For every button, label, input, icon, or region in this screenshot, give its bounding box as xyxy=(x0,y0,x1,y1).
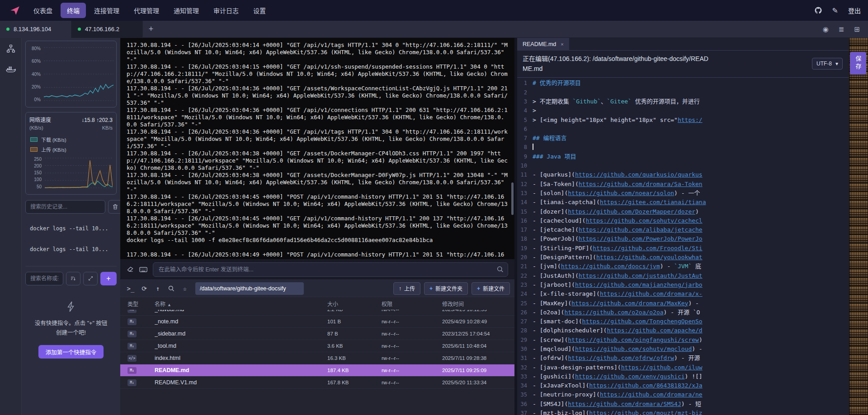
upload-button[interactable]: ↑ 上传 xyxy=(393,282,420,295)
upload-icon: ↑ xyxy=(399,285,401,292)
column-header-3[interactable]: 权限 xyxy=(382,300,442,308)
path-input[interactable] xyxy=(195,282,304,295)
line-number: 2 xyxy=(517,88,533,97)
file-row[interactable]: M↓_sidebar.md87 Brw-r--r--2023/12/25 17:… xyxy=(120,328,514,340)
line-content: - [SMS4J](https://github.com/dromara/SMS… xyxy=(533,400,701,409)
clear-history-button[interactable] xyxy=(108,200,120,214)
file-row[interactable]: M↓_note.md101 Brw-r--r--2025/4/29 10:28:… xyxy=(120,316,514,328)
file-type-cell: M↓ xyxy=(127,343,155,350)
file-row[interactable]: </>index.html16.3 KBrw-r--r--2025/7/11 0… xyxy=(120,352,514,364)
line-content: - [tianai-captcha](https://gitee.com/tia… xyxy=(533,198,706,207)
nav-item-terminal[interactable]: 终端 xyxy=(61,3,86,18)
docker-icon[interactable] xyxy=(6,65,16,74)
monitor-sidebar: 80%60%40%20%0% 网络速度 (KB/s) ↓15.8 ↑202.3 … xyxy=(22,38,120,415)
sitemap-icon[interactable] xyxy=(6,44,15,53)
file-row[interactable]: M↓_tool.md3.6 KBrw-r--r--2025/6/11 10:48… xyxy=(120,340,514,352)
history-item[interactable]: docker logs --tail 10... xyxy=(25,218,117,239)
bookmark-star-icon[interactable]: ☆ xyxy=(179,283,191,294)
theme-brush-icon[interactable]: ✎ xyxy=(832,6,838,15)
network-legend: 下载 (KB/s)上传 (KB/s) xyxy=(29,135,113,154)
nav-item-dashboard[interactable]: 仪表盘 xyxy=(27,3,59,18)
line-number: 14 xyxy=(517,198,533,207)
terminal-line: 117.30.88.194 - - [26/Jul/2025:03:04:36 … xyxy=(127,85,508,107)
column-header-0[interactable]: 类型 xyxy=(127,300,155,308)
file-row[interactable]: M↓README.md187.4 KBrw-r--r--2025/7/11 09… xyxy=(120,364,514,377)
encoding-select[interactable]: UTF-8 ▾ xyxy=(812,58,843,70)
history-item[interactable]: docker logs --tail 10... xyxy=(25,239,117,260)
terminal-output[interactable]: 117.30.88.194 - - [26/Jul/2025:03:04:14 … xyxy=(120,38,514,259)
logout-button[interactable]: 登出 xyxy=(848,6,861,15)
history-search-input[interactable] xyxy=(25,200,105,214)
preview-eye-icon[interactable]: ◉ xyxy=(823,25,829,33)
cpu-usage-chart xyxy=(44,46,113,103)
terminal-line: 117.30.88.194 - - [26/Jul/2025:03:04:38 … xyxy=(127,172,508,193)
session-tab-47-106-166-2[interactable]: 47.106.166.2 xyxy=(71,21,143,38)
line-number: 20 xyxy=(517,253,533,262)
editor-content[interactable]: 1# 优秀的开源项目23> 不定期收集 `Github`、`Gitee` 优秀的… xyxy=(517,78,868,415)
editor-tab-readme[interactable]: README.md × xyxy=(517,38,569,51)
github-icon[interactable] xyxy=(814,6,822,14)
file-size: 101 B xyxy=(327,319,382,324)
terminal-toggle-icon[interactable]: >_ xyxy=(125,283,137,294)
line-content: - [quarkus](https://github.com/quarkusio… xyxy=(533,170,703,179)
file-name: _note.md xyxy=(155,318,327,325)
app-logo[interactable] xyxy=(7,5,23,16)
column-header-2[interactable]: 大小 xyxy=(327,300,382,308)
editor-line: 24- [x-file-storage](https://github.com/… xyxy=(517,289,847,298)
editor-line: 13- [solon](https://github.com/noear/sol… xyxy=(517,189,847,198)
nav-item-notifications[interactable]: 通知管理 xyxy=(167,3,205,18)
editor-line: 33- [gushici](https://github.com/xenv/gu… xyxy=(517,372,847,381)
editor-line: 29- [screw](https://github.com/pingfangu… xyxy=(517,336,847,345)
new-folder-button[interactable]: + 新建文件夹 xyxy=(424,282,468,295)
clear-terminal-icon[interactable] xyxy=(127,266,134,273)
command-bar xyxy=(120,259,514,280)
editor-line: 23- [jarboot](https://github.com/majianz… xyxy=(517,280,847,289)
save-button[interactable]: 保存 xyxy=(850,52,866,75)
file-row[interactable]: M↓_navbar.md2.2 KBrw-r--r--2025/4/29 10:… xyxy=(120,310,514,316)
nav-item-audit-logs[interactable]: 审计日志 xyxy=(207,3,245,18)
editor-line: 30- [mqcloud](https://github.com/sohutv/… xyxy=(517,345,847,354)
expand-snippets-button[interactable] xyxy=(83,272,98,285)
encoding-value: UTF-8 xyxy=(816,61,832,67)
editor-line: 34- [xJavaFxTool](https://github.com/864… xyxy=(517,381,847,390)
line-number: 31 xyxy=(517,354,533,363)
axis-tick: 200 xyxy=(29,163,42,168)
column-header-4[interactable]: 修改时间 xyxy=(442,300,514,308)
command-search-icon[interactable] xyxy=(497,266,504,275)
session-tab-8-134-196-104[interactable]: 8.134.196.104 xyxy=(0,21,71,38)
add-snippet-button[interactable]: + xyxy=(100,272,117,285)
line-number: 19 xyxy=(517,244,533,253)
editor-line: 9### Java 项目 xyxy=(517,152,847,161)
terminal-line: 117.30.88.194 - - [26/Jul/2025:03:04:49 … xyxy=(127,251,508,259)
new-file-button[interactable]: + 新建文件 xyxy=(472,282,510,295)
virtual-keyboard-icon[interactable] xyxy=(139,266,147,273)
nav-item-settings[interactable]: 设置 xyxy=(247,3,272,18)
sort-snippets-button[interactable] xyxy=(66,272,80,285)
session-list-icon[interactable]: ≣ xyxy=(839,25,844,33)
refresh-icon[interactable]: ⟳ xyxy=(138,283,150,294)
close-editor-tab-icon[interactable]: × xyxy=(561,42,563,47)
add-session-button[interactable]: + xyxy=(143,21,159,38)
terminal-scrollbar[interactable] xyxy=(511,182,514,215)
snippet-search-input[interactable] xyxy=(25,272,63,285)
command-input[interactable] xyxy=(153,262,508,277)
file-row[interactable]: M↓README.V1.md167.8 KBrw-r--r--2025/5/20… xyxy=(120,377,514,389)
editor-minimap[interactable] xyxy=(849,38,868,415)
line-number: 21 xyxy=(517,262,533,271)
file-name: _navbar.md xyxy=(155,310,327,312)
file-mtime: 2023/12/25 17:04:54 xyxy=(442,331,514,336)
editor-line: 14- [tianai-captcha](https://gitee.com/t… xyxy=(517,198,847,207)
column-header-1[interactable]: 名称▲ xyxy=(155,300,327,308)
file-name: _tool.md xyxy=(155,343,327,349)
nav-item-connections[interactable]: 连接管理 xyxy=(88,3,126,18)
file-mtime: 2025/6/11 10:48:04 xyxy=(442,343,514,349)
line-number: 32 xyxy=(517,363,533,372)
column-label: 修改时间 xyxy=(442,301,464,308)
add-first-snippet-button[interactable]: 添加第一个快捷指令 xyxy=(38,345,104,359)
file-search-icon[interactable] xyxy=(165,283,177,294)
nav-item-agents[interactable]: 代理管理 xyxy=(127,3,165,18)
editor-line: 7## 编程语言 xyxy=(517,134,847,143)
parent-directory-icon[interactable]: ↑ xyxy=(152,283,164,294)
grid-layout-icon[interactable]: ⊞ xyxy=(854,25,860,33)
cpu-axis-ticks: 80%60%40%20%0% xyxy=(28,46,42,103)
